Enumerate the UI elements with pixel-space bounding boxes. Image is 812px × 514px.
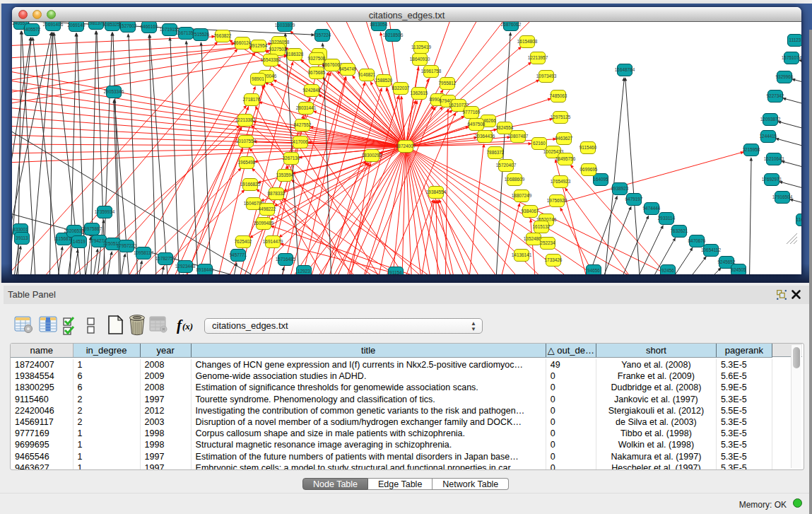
svg-text:92456: 92456 bbox=[661, 268, 674, 273]
svg-text:29053346: 29053346 bbox=[104, 89, 124, 94]
svg-text:9227342: 9227342 bbox=[767, 93, 784, 98]
svg-text:9457771: 9457771 bbox=[230, 252, 247, 257]
svg-text:16210643: 16210643 bbox=[764, 156, 784, 161]
svg-text:417006: 417006 bbox=[293, 139, 308, 144]
svg-text:3675685: 3675685 bbox=[308, 70, 326, 75]
svg-text:18807249: 18807249 bbox=[512, 193, 532, 198]
svg-text:15751074: 15751074 bbox=[782, 55, 801, 60]
svg-text:8918440: 8918440 bbox=[196, 267, 214, 272]
svg-text:16782759: 16782759 bbox=[155, 256, 176, 261]
svg-text:116753: 116753 bbox=[796, 217, 801, 222]
svg-text:26876062: 26876062 bbox=[501, 22, 522, 27]
svg-text:8912954: 8912954 bbox=[250, 43, 268, 48]
svg-text:1965498: 1965498 bbox=[238, 160, 256, 165]
svg-text:833001: 833001 bbox=[13, 227, 28, 232]
svg-text:17359934: 17359934 bbox=[95, 209, 115, 214]
svg-text:4498222: 4498222 bbox=[259, 206, 276, 211]
svg-text:19756928: 19756928 bbox=[547, 198, 567, 203]
svg-text:12093872: 12093872 bbox=[760, 117, 781, 122]
svg-text:20364436: 20364436 bbox=[475, 134, 495, 139]
svg-text:924505: 924505 bbox=[731, 267, 746, 272]
svg-text:7357224: 7357224 bbox=[314, 33, 331, 37]
svg-text:12923448: 12923448 bbox=[175, 264, 196, 269]
svg-text:19218506: 19218506 bbox=[383, 33, 404, 37]
svg-text:16099489: 16099489 bbox=[254, 221, 274, 226]
svg-text:1615132: 1615132 bbox=[533, 224, 551, 229]
svg-text:9474444: 9474444 bbox=[643, 206, 661, 211]
svg-text:16961758: 16961758 bbox=[421, 69, 442, 74]
svg-text:8938923: 8938923 bbox=[611, 186, 629, 191]
svg-text:16914479: 16914479 bbox=[263, 239, 283, 244]
svg-text:3215958: 3215958 bbox=[743, 147, 760, 152]
svg-text:1353594: 1353594 bbox=[276, 173, 294, 177]
svg-text:18640910: 18640910 bbox=[410, 57, 430, 62]
svg-text:18300295: 18300295 bbox=[362, 153, 382, 158]
svg-text:15716485: 15716485 bbox=[276, 257, 296, 262]
svg-text:15720407: 15720407 bbox=[496, 163, 517, 168]
svg-text:9777169: 9777169 bbox=[463, 110, 481, 115]
svg-text:98901: 98901 bbox=[252, 76, 264, 81]
svg-text:7632621: 7632621 bbox=[671, 228, 688, 233]
svg-text:(x): (x) bbox=[182, 321, 193, 332]
svg-text:12213382: 12213382 bbox=[235, 117, 256, 122]
svg-text:10688609: 10688609 bbox=[505, 177, 525, 182]
svg-text:91154: 91154 bbox=[389, 270, 402, 274]
svg-text:17692971: 17692971 bbox=[762, 177, 782, 182]
svg-text:6497508: 6497508 bbox=[468, 122, 486, 127]
svg-text:8878332: 8878332 bbox=[268, 191, 286, 196]
svg-text:11325419: 11325419 bbox=[411, 45, 431, 49]
svg-text:10958117: 10958117 bbox=[134, 250, 153, 255]
svg-text:10973493: 10973493 bbox=[536, 74, 557, 78]
svg-text:1588520: 1588520 bbox=[375, 78, 393, 83]
svg-text:8813054: 8813054 bbox=[370, 22, 388, 27]
svg-text:10654112: 10654112 bbox=[701, 247, 721, 252]
svg-text:6466160: 6466160 bbox=[141, 24, 158, 29]
svg-text:12923: 12923 bbox=[298, 269, 310, 274]
svg-text:12213957: 12213957 bbox=[528, 55, 548, 60]
svg-text:2933114: 2933114 bbox=[658, 216, 676, 221]
svg-text:19384554: 19384554 bbox=[426, 189, 447, 194]
svg-text:9329966: 9329966 bbox=[776, 74, 794, 79]
svg-text:7485063: 7485063 bbox=[550, 93, 567, 98]
svg-text:7663822: 7663822 bbox=[214, 33, 232, 38]
svg-text:9327503: 9327503 bbox=[269, 47, 287, 52]
svg-text:7886372: 7886372 bbox=[487, 150, 505, 155]
svg-text:8470676: 8470676 bbox=[688, 238, 706, 243]
svg-text:16033809: 16033809 bbox=[275, 23, 295, 28]
svg-text:17957223: 17957223 bbox=[117, 243, 137, 248]
svg-text:20691406: 20691406 bbox=[43, 22, 64, 27]
svg-text:16648784: 16648784 bbox=[615, 67, 635, 72]
svg-text:2718176: 2718176 bbox=[243, 97, 261, 102]
svg-text:7955812: 7955812 bbox=[439, 81, 457, 86]
svg-text:18495756: 18495756 bbox=[555, 156, 576, 161]
svg-text:3824554: 3824554 bbox=[496, 125, 514, 130]
svg-text:1733426: 1733426 bbox=[545, 257, 563, 262]
svg-text:3267130: 3267130 bbox=[283, 156, 300, 160]
svg-text:9384067: 9384067 bbox=[522, 209, 539, 214]
svg-text:1362615: 1362615 bbox=[411, 90, 428, 95]
svg-text:16543382: 16543382 bbox=[261, 57, 281, 62]
svg-text:39113: 39113 bbox=[16, 235, 28, 240]
svg-text:10107554: 10107554 bbox=[236, 139, 257, 144]
svg-text:7625402: 7625402 bbox=[235, 239, 252, 244]
svg-text:164095: 164095 bbox=[593, 177, 608, 182]
svg-text:14519: 14519 bbox=[73, 239, 86, 244]
svg-text:9115460: 9115460 bbox=[579, 145, 597, 150]
svg-text:0699695: 0699695 bbox=[580, 167, 598, 172]
svg-text:6479197: 6479197 bbox=[625, 197, 643, 201]
svg-text:62160: 62160 bbox=[533, 141, 546, 146]
svg-text:2069140: 2069140 bbox=[68, 23, 86, 28]
svg-text:11123: 11123 bbox=[789, 37, 801, 42]
svg-text:14136141: 14136141 bbox=[512, 252, 532, 257]
svg-text:16154808: 16154808 bbox=[517, 39, 538, 44]
svg-text:18724007: 18724007 bbox=[396, 144, 416, 148]
svg-text:94656: 94656 bbox=[587, 268, 600, 273]
svg-text:9245652: 9245652 bbox=[718, 259, 736, 264]
svg-text:8427552: 8427552 bbox=[294, 122, 312, 127]
svg-text:9463627: 9463627 bbox=[555, 136, 573, 141]
svg-text:19975867: 19975867 bbox=[82, 226, 102, 231]
svg-text:10807487: 10807487 bbox=[508, 134, 529, 139]
svg-text:28031441: 28031441 bbox=[296, 105, 317, 110]
svg-text:8322037: 8322037 bbox=[392, 86, 410, 90]
svg-text:8660124: 8660124 bbox=[234, 40, 252, 45]
